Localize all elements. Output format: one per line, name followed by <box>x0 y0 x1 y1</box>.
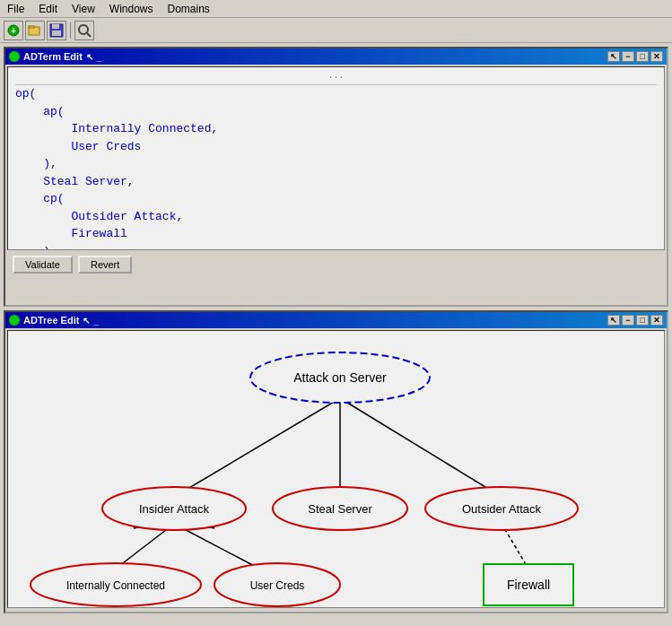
code-line-2: ap( <box>15 103 657 121</box>
adterm-title: ADTerm Edit <box>23 51 83 62</box>
adtree-pin-icon[interactable]: ↖ <box>83 316 90 326</box>
code-editor[interactable]: ··· op( ap( Internally Connected, User C… <box>7 66 665 250</box>
menu-windows[interactable]: Windows <box>106 3 157 15</box>
revert-button[interactable]: Revert <box>78 256 132 274</box>
editor-buttons: Validate Revert <box>5 252 667 277</box>
adterm-max-btn[interactable]: □ <box>636 51 649 62</box>
tree-svg: Attack on Server Insider Attack Steal Se… <box>8 331 665 608</box>
adterm-minus-icon[interactable]: _ <box>97 52 102 62</box>
code-line-1: op( <box>15 85 657 103</box>
adtree-panel: ADTree Edit ↖ _ ↖ − □ ✕ <box>4 310 668 613</box>
svg-text:+: + <box>11 27 16 37</box>
node-insider-attack[interactable]: Insider Attack <box>139 502 210 516</box>
menu-domains[interactable]: Domains <box>164 3 214 15</box>
code-line-10: ) <box>15 243 657 251</box>
validate-button[interactable]: Validate <box>13 256 73 274</box>
adtree-close-btn[interactable]: ✕ <box>650 315 663 326</box>
adtree-restore-btn[interactable]: ↖ <box>607 315 620 326</box>
menu-file[interactable]: File <box>4 3 28 15</box>
svg-line-8 <box>87 33 91 37</box>
svg-line-9 <box>174 398 340 497</box>
adterm-titlebar: ADTerm Edit ↖ _ ↖ − □ ✕ <box>5 48 667 65</box>
node-outsider-attack[interactable]: Outsider Attack <box>462 502 542 516</box>
svg-rect-6 <box>52 30 61 36</box>
adtree-max-btn[interactable]: □ <box>636 315 649 326</box>
node-internally-connected[interactable]: Internally Connected <box>66 579 165 592</box>
svg-rect-5 <box>52 24 59 29</box>
adtree-minus-icon[interactable]: _ <box>93 316 99 326</box>
save-button[interactable] <box>47 21 66 40</box>
adterm-title-icon <box>9 51 20 62</box>
node-steal-server[interactable]: Steal Server <box>308 502 372 516</box>
code-line-4: User Creds <box>15 138 657 156</box>
node-attack-on-server[interactable]: Attack on Server <box>293 370 387 385</box>
toolbar-separator <box>70 22 71 39</box>
svg-line-11 <box>340 398 502 497</box>
code-line-6: Steal Server, <box>15 173 657 191</box>
adterm-close-btn[interactable]: ✕ <box>650 51 663 62</box>
menu-view[interactable]: View <box>68 3 99 15</box>
adterm-panel: ADTerm Edit ↖ _ ↖ − □ ✕ ··· op( ap( Inte… <box>4 47 668 307</box>
node-firewall[interactable]: Firewall <box>507 578 550 592</box>
toolbar: + <box>0 18 672 43</box>
open-button[interactable] <box>25 21 45 40</box>
adterm-min-btn[interactable]: − <box>622 51 634 62</box>
adtree-title-icon <box>9 315 20 326</box>
menu-edit[interactable]: Edit <box>35 3 61 15</box>
adterm-pin-icon[interactable]: ↖ <box>86 52 93 62</box>
adtree-titlebar: ADTree Edit ↖ _ ↖ − □ ✕ <box>5 312 667 328</box>
code-line-5: ), <box>15 155 657 173</box>
menubar: File Edit View Windows Domains <box>0 0 672 18</box>
tree-editor: Attack on Server Insider Attack Steal Se… <box>7 330 665 608</box>
code-line-3: Internally Connected, <box>15 120 657 138</box>
zoom-button[interactable] <box>74 21 94 40</box>
code-line-8: Outsider Attack, <box>15 208 657 226</box>
svg-point-7 <box>79 25 88 34</box>
svg-rect-3 <box>29 26 34 28</box>
code-line-9: Firewall <box>15 225 657 243</box>
node-user-creds[interactable]: User Creds <box>250 579 305 592</box>
scroll-hint: ··· <box>15 71 657 85</box>
adterm-restore-btn[interactable]: ↖ <box>607 51 620 62</box>
new-button[interactable]: + <box>4 21 23 40</box>
adtree-min-btn[interactable]: − <box>622 315 634 326</box>
adtree-title: ADTree Edit <box>23 315 79 326</box>
code-line-7: cp( <box>15 190 657 208</box>
